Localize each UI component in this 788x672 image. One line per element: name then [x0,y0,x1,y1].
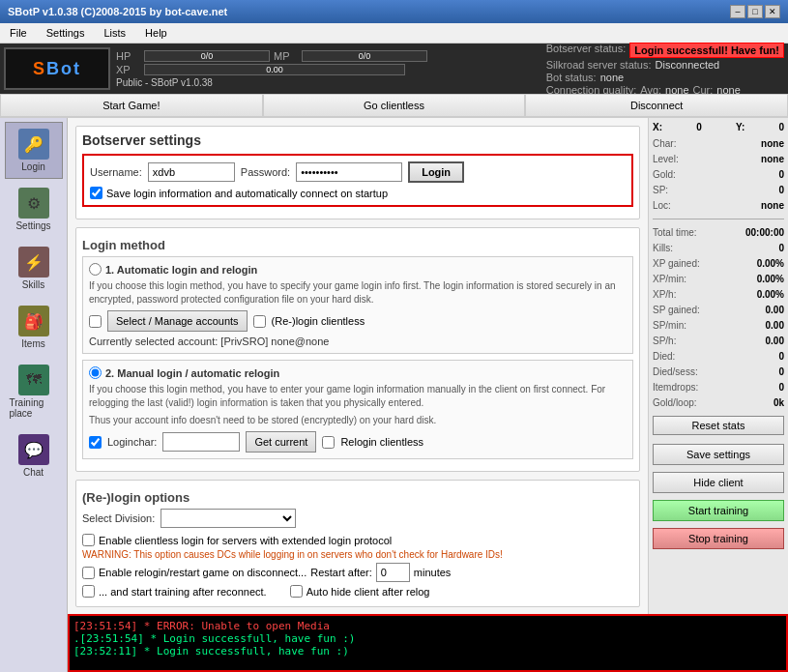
close-button[interactable]: ✕ [765,5,780,18]
disconnect-button[interactable]: Disconnect [525,94,788,117]
password-label: Password: [241,166,290,178]
start-after-reconnect-checkbox[interactable] [82,585,95,598]
gold-label: Gold: [653,169,676,180]
log-line-1: .[23:51:54] * Login successfull, have fu… [73,632,782,645]
auto-login-info: If you choose this login method, you hav… [89,279,627,307]
auto-login-section: 1. Automatic login and relogin If you ch… [82,256,633,354]
selected-account-value: [PrivSRO] none@none [220,336,329,347]
sidebar-item-chat[interactable]: 💬 Chat [5,427,63,484]
died-sess-stat: Died/sess: 0 [653,365,784,378]
xp-value: 0.00 [145,65,404,74]
chat-icon: 💬 [18,434,49,465]
stop-training-button[interactable]: Stop training [653,528,784,549]
mp-bar: 0/0 [302,50,427,62]
relogin-checkbox[interactable] [82,567,95,579]
username-label: Username: [90,166,142,178]
x-value: 0 [696,122,702,132]
loginchar-input[interactable] [162,432,240,452]
sidebar-item-settings[interactable]: ⚙ Settings [5,181,63,238]
restart-input[interactable] [376,563,410,582]
died-stat: Died: 0 [653,350,784,363]
xp-row: XP 0.00 [116,64,540,75]
botserver-status-row: Botserver status: Login successfull! Hav… [546,43,784,58]
xp-h-stat: XP/h: 0.00% [653,288,784,301]
relogin-label: Enable relogin/restart game on disconnec… [99,567,306,578]
menu-settings[interactable]: Settings [41,25,91,41]
sp-h-value: 0.00 [766,336,784,346]
sidebar-item-login[interactable]: 🔑 Login [5,122,63,179]
minimize-button[interactable]: – [730,5,745,18]
manual-login-radio[interactable] [89,366,102,379]
right-panel: X: 0 Y: 0 Char: none Level: none Gold: [648,118,788,614]
botserver-status-value: Login successfull! Have fun! [629,43,784,58]
silkroad-status-row: Silkroad server status: Disconnected [546,59,784,71]
save-login-checkbox[interactable] [90,187,102,199]
silkroad-status-label: Silkroad server status: [546,59,652,71]
selected-account-row: Currently selected account: [PrivSRO] no… [89,336,627,347]
clientless-login-row: Enable clientless login for servers with… [82,534,633,546]
hide-client-button[interactable]: Hide client [653,472,784,493]
sidebar-item-items[interactable]: 🎒 Items [5,299,63,356]
xp-min-value: 0.00% [757,274,784,284]
clientless-login-label: Enable clientless login for servers with… [99,535,392,546]
relogin-clientless-manual-checkbox[interactable] [322,436,335,449]
manage-accounts-row: Select / Manage accounts (Re-)login clie… [89,310,627,332]
itemdrops-value: 0 [778,382,784,393]
menu-file[interactable]: File [4,25,33,41]
level-value: none [761,154,784,164]
loc-label: Loc: [653,200,671,211]
xp-gained-label: XP gained: [653,258,700,269]
get-current-button[interactable]: Get current [246,431,316,453]
botserver-title: Botserver settings [82,132,633,148]
sp-min-value: 0.00 [766,320,784,331]
itemdrops-label: Itemdrops: [653,382,698,393]
maximize-button[interactable]: □ [747,5,763,18]
y-value: 0 [778,122,784,132]
x-label: X: [653,122,662,132]
char-stat: Char: none [653,137,784,150]
xp-label: XP [116,64,140,75]
gold-loop-value: 0k [773,397,784,408]
sidebar-item-skills[interactable]: ⚡ Skills [5,240,63,297]
sidebar-item-items-label: Items [21,338,44,349]
select-division-row: Select Division: [82,509,633,528]
log-line-0: [23:51:54] * ERROR: Unable to open Media [73,620,782,632]
reset-stats-button[interactable]: Reset stats [653,416,784,435]
relogin-row: Enable relogin/restart game on disconnec… [82,563,633,582]
content-area: Botserver settings Username: Password: L… [68,118,648,614]
go-clientless-button[interactable]: Go clientless [263,94,526,117]
hp-bar: 0/0 [144,50,270,62]
sidebar-item-settings-label: Settings [15,220,50,231]
save-settings-button[interactable]: Save settings [653,444,784,465]
sidebar-item-skills-label: Skills [22,279,44,290]
selected-account-label: Currently selected account: [89,336,218,347]
died-sess-label: Died/sess: [653,366,698,377]
start-game-button[interactable]: Start Game! [0,94,263,117]
menu-lists[interactable]: Lists [98,25,131,41]
auto-login-checkbox[interactable] [89,315,102,328]
start-training-button[interactable]: Start training [653,500,784,521]
hp-value: 0/0 [145,51,269,61]
username-input[interactable] [148,162,235,182]
xp-h-value: 0.00% [757,289,784,300]
division-select[interactable] [161,509,296,528]
window-title: SBotP v1.0.38 (C)2008-2015 by bot-cave.n… [8,6,227,17]
menu-help[interactable]: Help [139,25,173,41]
kills-value: 0 [778,243,784,253]
auto-login-header: 1. Automatic login and relogin [89,263,627,276]
gold-loop-label: Gold/loop: [653,397,697,408]
password-input[interactable] [296,162,402,182]
sp-h-label: SP/h: [653,336,676,346]
sidebar-item-training[interactable]: 🗺 Training place [5,358,63,425]
clientless-login-checkbox[interactable] [82,534,95,546]
botserver-login-button[interactable]: Login [408,161,464,183]
manage-accounts-button[interactable]: Select / Manage accounts [107,310,248,332]
auto-login-radio[interactable] [89,263,102,276]
relogin-clientless-checkbox[interactable] [253,315,266,328]
gold-value: 0 [778,169,784,180]
manual-login-checkbox[interactable] [89,436,102,449]
window-controls: – □ ✕ [730,5,780,18]
log-area: [23:51:54] * ERROR: Unable to open Media… [68,614,788,672]
server-status: Botserver status: Login successfull! Hav… [546,47,784,90]
autohide-checkbox[interactable] [290,585,303,598]
